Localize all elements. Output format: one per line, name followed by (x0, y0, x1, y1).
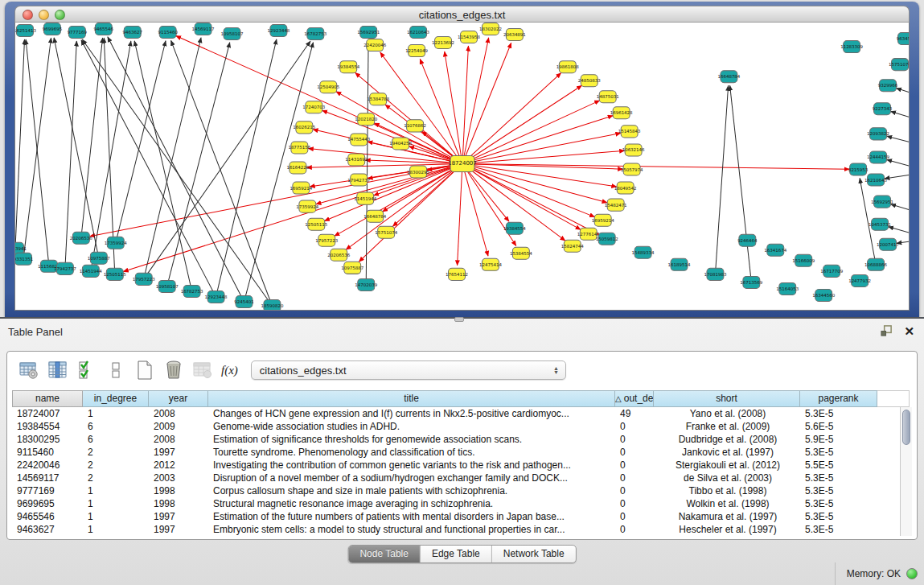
table-row[interactable]: 2242004622012Investigating the contribut… (12, 459, 912, 472)
table-cell[interactable]: 2009 (149, 420, 208, 433)
tab-node-table[interactable]: Node Table (348, 546, 421, 562)
column-header-short[interactable]: short (654, 390, 800, 407)
citation-edge-red[interactable] (462, 46, 468, 163)
table-cell[interactable]: 1 (83, 523, 149, 536)
table-cell[interactable]: 2012 (149, 459, 208, 472)
citation-edge-black[interactable] (730, 85, 752, 282)
column-header-name[interactable]: name (12, 390, 83, 407)
table-cell[interactable]: 0 (615, 420, 654, 433)
citation-edge-red[interactable] (322, 110, 462, 163)
table-cell[interactable]: 5.3E-5 (800, 446, 877, 459)
table-cell[interactable]: 0 (615, 523, 654, 536)
table-row[interactable]: 1938455462009Genome-wide association stu… (12, 420, 912, 433)
citation-edge-red[interactable] (462, 163, 488, 256)
table-cell[interactable]: Tibbo et al. (1998) (654, 484, 800, 497)
citation-edge-black[interactable] (885, 172, 909, 179)
table-cell[interactable]: 49 (615, 407, 654, 420)
table-cell[interactable]: Embryonic stem cells: a model to study s… (208, 523, 615, 536)
table-cell[interactable]: 1 (83, 484, 149, 497)
table-row[interactable]: 946362711997Embryonic stem cells: a mode… (12, 523, 912, 536)
zoom-window-icon[interactable] (55, 10, 65, 20)
citation-edge-black[interactable] (887, 159, 909, 171)
table-cell[interactable]: Wolkin et al. (1998) (654, 497, 800, 510)
table-cell[interactable]: Dudbridge et al. (2008) (654, 433, 800, 446)
citation-edge-black[interactable] (116, 41, 166, 243)
table-cell[interactable]: 5.3E-5 (800, 472, 877, 484)
table-cell[interactable]: Franke et al. (2009) (654, 420, 800, 433)
table-row[interactable]: 946554611997Estimation of the future num… (12, 510, 912, 523)
table-cell[interactable]: 2008 (149, 433, 208, 446)
citation-edge-black[interactable] (144, 38, 201, 279)
citation-edge-red[interactable] (445, 51, 462, 164)
function-builder-icon[interactable]: f(x) (221, 364, 238, 377)
table-cell[interactable]: 6 (83, 420, 149, 433)
table-row[interactable]: 1456911722003Disruption of a novel membe… (12, 472, 912, 484)
table-cell[interactable]: Investigating the contribution of common… (208, 459, 615, 472)
citation-edge-red[interactable] (462, 163, 849, 169)
citation-edge-black[interactable] (366, 41, 368, 285)
table-cell[interactable]: 18300295 (12, 433, 83, 446)
table-row[interactable]: 969969511998Structural magnetic resonanc… (12, 497, 912, 510)
table-cell[interactable]: 2003 (149, 472, 208, 484)
table-row[interactable]: 1872400712008Changes of HCN gene express… (12, 407, 912, 420)
citation-edge-red[interactable] (462, 43, 511, 163)
table-row[interactable]: 911546021997Tourette syndrome. Phenomeno… (12, 446, 912, 459)
tab-edge-table[interactable]: Edge Table (421, 546, 492, 562)
table-cell[interactable]: 5.3E-5 (800, 484, 877, 497)
table-cell[interactable]: Estimation of significance thresholds fo… (208, 433, 615, 446)
table-cell[interactable]: 1 (83, 407, 149, 420)
citation-edge-red[interactable] (462, 163, 594, 216)
table-row[interactable]: 1830029562008Estimation of significance … (12, 433, 912, 446)
table-cell[interactable]: Yano et al. (2008) (654, 407, 800, 420)
table-cell[interactable]: 1997 (149, 523, 208, 536)
table-cell[interactable]: 0 (615, 433, 654, 446)
citation-edge-black[interactable] (891, 204, 909, 216)
table-cell[interactable]: 5.9E-5 (800, 433, 877, 446)
select-column-icon[interactable] (46, 358, 70, 382)
table-cell[interactable]: 2 (83, 472, 149, 484)
table-cell[interactable]: 5.3E-5 (800, 523, 877, 536)
table-cell[interactable]: de Silva et al. (2003) (654, 472, 800, 484)
citation-edge-black[interactable] (891, 111, 909, 123)
citation-edge-red[interactable] (462, 163, 599, 234)
table-cell[interactable]: 9699695 (12, 497, 83, 510)
table-cell[interactable]: 1998 (149, 497, 208, 510)
citation-edge-black[interactable] (15, 39, 24, 249)
citation-edge-black[interactable] (54, 38, 99, 258)
citation-edge-red[interactable] (462, 73, 561, 164)
table-cell[interactable]: 0 (615, 510, 654, 523)
table-cell[interactable]: 1 (83, 497, 149, 510)
table-cell[interactable]: 9777169 (12, 484, 83, 497)
scrollbar-thumb[interactable] (902, 410, 910, 445)
table-cell[interactable]: 5.3E-5 (800, 407, 877, 420)
unselect-all-icon[interactable] (104, 358, 128, 382)
column-header-year[interactable]: year (149, 390, 208, 407)
close-window-icon[interactable] (23, 10, 33, 20)
table-cell[interactable]: Corpus callosum shape and size in male p… (208, 484, 615, 497)
float-panel-icon[interactable] (881, 325, 893, 337)
table-cell[interactable]: 6 (83, 433, 149, 446)
table-mode-icon[interactable] (17, 358, 41, 382)
citation-edge-black[interactable] (889, 227, 909, 239)
column-header-pagerank[interactable]: pagerank (800, 390, 877, 407)
table-cell[interactable]: Jankovic et al. (1997) (654, 446, 800, 459)
table-cell[interactable]: Changes of HCN gene expression and I(f) … (208, 407, 615, 420)
network-canvas[interactable]: 1625141396996959777169946554694636279115… (14, 23, 910, 311)
table-vertical-scrollbar[interactable] (900, 407, 912, 536)
citation-edge-black[interactable] (108, 37, 244, 302)
tab-network-table[interactable]: Network Table (492, 546, 576, 562)
table-cell[interactable]: 9465546 (12, 510, 83, 523)
table-cell[interactable]: Disruption of a novel member of a sodium… (208, 472, 615, 484)
citation-edge-red[interactable] (462, 163, 509, 221)
table-select-dropdown[interactable]: citations_edges.txt ▲▼ (251, 360, 566, 380)
network-svg[interactable]: 1625141396996959777169946554694636279115… (15, 23, 909, 310)
citation-edge-black[interactable] (715, 85, 728, 274)
table-cell[interactable]: Genome-wide association studies in ADHD. (208, 420, 615, 433)
table-cell[interactable]: 22420046 (12, 459, 83, 472)
minimize-window-icon[interactable] (39, 10, 49, 20)
select-all-icon[interactable] (75, 358, 99, 382)
citation-edge-black[interactable] (82, 39, 272, 306)
delete-table-icon[interactable] (191, 358, 215, 382)
table-cell[interactable]: 14569117 (12, 472, 83, 484)
citation-edge-black[interactable] (81, 38, 103, 238)
